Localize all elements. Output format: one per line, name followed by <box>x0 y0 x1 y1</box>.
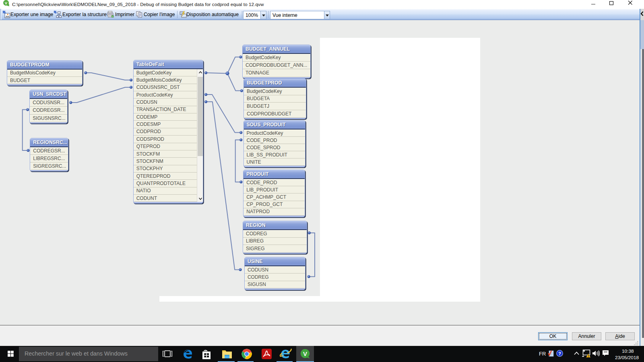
svg-text:V: V <box>303 350 307 357</box>
svg-text:?: ? <box>558 351 561 356</box>
